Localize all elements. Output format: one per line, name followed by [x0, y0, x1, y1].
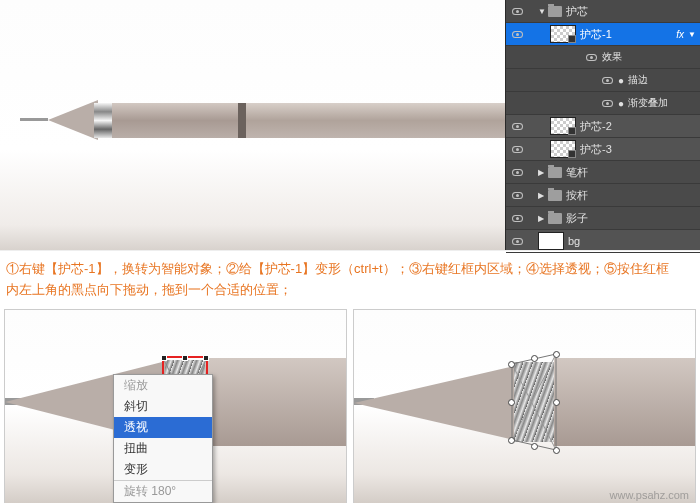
layer-thumbnail: [550, 25, 576, 43]
menu-item-skew[interactable]: 斜切: [114, 396, 212, 417]
eye-icon: [602, 100, 613, 107]
layer-group-huxin[interactable]: ▼ 护芯: [506, 0, 700, 23]
fx-collapse-icon[interactable]: ▼: [688, 30, 696, 39]
effects-label: 效果: [602, 50, 622, 64]
pencil-body-rear: [246, 103, 546, 138]
layer-label: 护芯-2: [580, 119, 612, 134]
eye-icon: [512, 146, 523, 153]
instruction-line-2: 内左上角的黑点向下拖动，拖到一个合适的位置；: [6, 280, 694, 301]
ex-tip-perspective: [354, 365, 519, 441]
watermark: www.psahz.com: [610, 489, 689, 501]
smart-object-badge: [568, 127, 576, 135]
visibility-toggle[interactable]: [510, 188, 524, 202]
visibility-toggle[interactable]: [510, 211, 524, 225]
smart-object-badge: [568, 150, 576, 158]
eye-icon: [512, 192, 523, 199]
pencil-body-front: [112, 103, 242, 138]
effect-gradient-overlay[interactable]: ● 渐变叠加: [506, 92, 700, 115]
persp-handle-tm[interactable]: [531, 355, 538, 362]
persp-handle-tl[interactable]: [508, 361, 515, 368]
menu-item-scale[interactable]: 缩放: [114, 375, 212, 396]
example-after: www.psahz.com: [353, 309, 696, 503]
eye-icon: [602, 77, 613, 84]
layer-label: 影子: [566, 211, 588, 226]
layer-label: 护芯-3: [580, 142, 612, 157]
visibility-toggle[interactable]: [510, 165, 524, 179]
layer-group-yingzi[interactable]: ▶ 影子: [506, 207, 700, 230]
handle-top-mid[interactable]: [182, 355, 188, 361]
layer-huxin-2[interactable]: 护芯-2: [506, 115, 700, 138]
svg-line-3: [512, 364, 556, 450]
folder-icon: [548, 190, 562, 201]
persp-handle-br[interactable]: [553, 447, 560, 454]
layer-label: 笔杆: [566, 165, 588, 180]
ex-body: [554, 358, 696, 446]
ex-body: [205, 358, 347, 446]
visibility-toggle[interactable]: [600, 96, 614, 110]
transform-context-menu[interactable]: 缩放 斜切 透视 扭曲 变形 旋转 180°: [113, 374, 213, 503]
layers-panel[interactable]: ▼ 护芯 护芯-1 fx ▼ 效果 ● 描边 ● 渐变叠加: [505, 0, 700, 250]
visibility-toggle[interactable]: [584, 50, 598, 64]
disclosure-icon[interactable]: ▶: [538, 191, 546, 200]
menu-item-perspective[interactable]: 透视: [114, 417, 212, 438]
examples-row: 缩放 斜切 透视 扭曲 变形 旋转 180° www.psahz.com: [0, 309, 700, 503]
effect-label: 描边: [628, 73, 648, 87]
eye-icon: [586, 54, 597, 61]
persp-handle-tr[interactable]: [553, 351, 560, 358]
visibility-toggle[interactable]: [510, 234, 524, 248]
folder-icon: [548, 6, 562, 17]
effects-header[interactable]: 效果: [506, 46, 700, 69]
eye-icon: [512, 31, 523, 38]
persp-handle-bm[interactable]: [531, 443, 538, 450]
instruction-text: ①右键【护芯-1】，换转为智能对象；②给【护芯-1】变形（ctrl+t）；③右键…: [0, 250, 700, 309]
layer-huxin-1[interactable]: 护芯-1 fx ▼: [506, 23, 700, 46]
eye-icon: [512, 123, 523, 130]
disclosure-icon[interactable]: ▶: [538, 168, 546, 177]
persp-handle-lm[interactable]: [508, 399, 515, 406]
pencil-metal-ring: [94, 103, 112, 138]
layer-label: 按杆: [566, 188, 588, 203]
layer-thumbnail: [550, 140, 576, 158]
layer-thumbnail: [550, 117, 576, 135]
visibility-toggle[interactable]: [510, 119, 524, 133]
layer-label: 护芯-1: [580, 27, 612, 42]
menu-item-distort[interactable]: 扭曲: [114, 438, 212, 459]
disclosure-icon[interactable]: ▼: [538, 7, 546, 16]
eye-icon: [512, 238, 523, 245]
fx-badge[interactable]: fx: [676, 29, 684, 40]
persp-handle-bl[interactable]: [508, 437, 515, 444]
layer-group-angan[interactable]: ▶ 按杆: [506, 184, 700, 207]
eye-icon: [512, 215, 523, 222]
instruction-line-1: ①右键【护芯-1】，换转为智能对象；②给【护芯-1】变形（ctrl+t）；③右键…: [6, 259, 694, 280]
smart-object-badge: [568, 35, 576, 43]
pencil-dark-band: [238, 103, 246, 138]
pencil-tip: [48, 100, 98, 140]
menu-item-rotate180[interactable]: 旋转 180°: [114, 480, 212, 502]
effect-label: 渐变叠加: [628, 96, 668, 110]
visibility-toggle[interactable]: [510, 4, 524, 18]
disclosure-icon[interactable]: ▶: [538, 214, 546, 223]
pencil-illustration: [0, 100, 520, 150]
handle-top-left[interactable]: [161, 355, 167, 361]
visibility-toggle[interactable]: [600, 73, 614, 87]
layer-bg[interactable]: bg: [506, 230, 700, 253]
layer-label: 护芯: [566, 4, 588, 19]
layer-group-bigan[interactable]: ▶ 笔杆: [506, 161, 700, 184]
handle-top-right[interactable]: [203, 355, 209, 361]
layer-huxin-3[interactable]: 护芯-3: [506, 138, 700, 161]
folder-icon: [548, 167, 562, 178]
svg-line-4: [512, 354, 556, 440]
eye-icon: [512, 8, 523, 15]
effect-stroke[interactable]: ● 描边: [506, 69, 700, 92]
menu-item-warp[interactable]: 变形: [114, 459, 212, 480]
pencil-lead: [20, 118, 48, 121]
eye-icon: [512, 169, 523, 176]
folder-icon: [548, 213, 562, 224]
layer-thumbnail: [538, 232, 564, 250]
visibility-toggle[interactable]: [510, 27, 524, 41]
example-before: 缩放 斜切 透视 扭曲 变形 旋转 180°: [4, 309, 347, 503]
top-render-area: ▼ 护芯 护芯-1 fx ▼ 效果 ● 描边 ● 渐变叠加: [0, 0, 700, 250]
visibility-toggle[interactable]: [510, 142, 524, 156]
svg-marker-2: [512, 354, 556, 450]
persp-handle-rm[interactable]: [553, 399, 560, 406]
